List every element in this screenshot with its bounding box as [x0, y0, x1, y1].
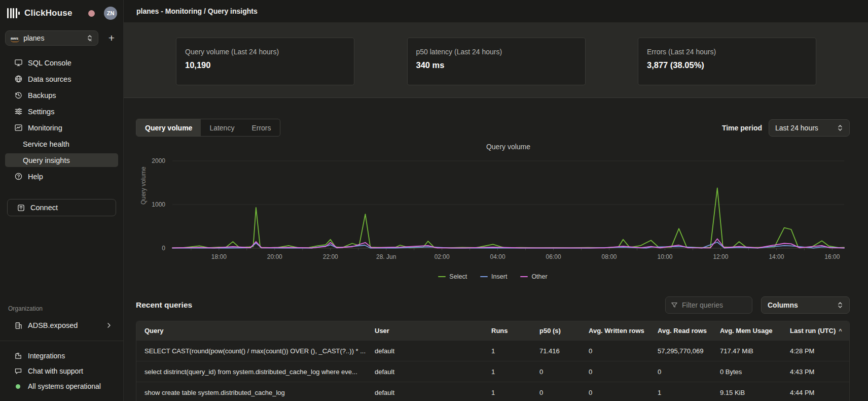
series-other — [172, 239, 844, 248]
tab-errors[interactable]: Errors — [243, 119, 279, 136]
footer-item-chat-with-support[interactable]: Chat with support — [0, 363, 123, 379]
svg-text:10:00: 10:00 — [657, 253, 672, 260]
footer-item-label: All systems operational — [28, 382, 101, 390]
table-row[interactable]: select distrinct(query_id) from system.d… — [136, 361, 849, 382]
svg-text:12:00: 12:00 — [713, 253, 728, 260]
legend-item-other[interactable]: Other — [520, 273, 547, 280]
tab-latency[interactable]: Latency — [201, 119, 243, 136]
connect-button[interactable]: Connect — [7, 199, 116, 216]
chat-icon — [14, 367, 22, 376]
column-header-last-run-utc-[interactable]: Last run (UTC)^ — [782, 321, 849, 340]
sidebar-item-monitoring[interactable]: Monitoring — [5, 121, 118, 135]
legend-item-insert[interactable]: Insert — [480, 273, 507, 280]
sidebar-item-backups[interactable]: Backups — [5, 88, 118, 102]
table-cell: 1 — [649, 382, 712, 401]
footer-item-integrations[interactable]: Integrations — [0, 348, 123, 363]
svg-text:02:00: 02:00 — [435, 253, 450, 260]
time-period-select[interactable]: Last 24 hours — [769, 119, 850, 137]
puzzle-icon — [14, 352, 22, 360]
column-header-avg-read-rows[interactable]: Avg. Read rows — [649, 321, 712, 340]
table-cell: 71.416 — [531, 341, 581, 361]
svg-text:2000: 2000 — [152, 157, 165, 164]
table-row[interactable]: show create table system.distributed_cac… — [136, 382, 849, 401]
column-header-avg-mem-usage[interactable]: Avg. Mem Usage — [712, 321, 782, 340]
legend-label: Other — [531, 273, 547, 280]
table-cell: 4:43 PM — [782, 361, 849, 382]
help-icon — [14, 172, 23, 181]
column-header-avg-written-rows[interactable]: Avg. Written rows — [581, 321, 649, 340]
sidebar-item-label: Backups — [28, 91, 56, 99]
stats-band: Query volume (Last 24 hours)10,190p50 la… — [124, 22, 868, 98]
sidebar-item-settings[interactable]: Settings — [5, 105, 118, 118]
avatar[interactable]: ZN — [104, 7, 117, 20]
table-cell: 4:28 PM — [782, 341, 849, 361]
chart-tabs: Query volumeLatencyErrors — [136, 119, 280, 137]
table-cell: show create table system.distributed_cac… — [136, 382, 367, 401]
sidebar-item-service-health[interactable]: Service health — [5, 137, 118, 151]
table-cell: SELECT CAST(round(pow(count() / max(coun… — [136, 341, 367, 361]
recent-queries-title: Recent queries — [136, 300, 192, 310]
console-icon — [14, 58, 23, 68]
stat-value: 3,877 (38.05%) — [647, 60, 807, 70]
sort-asc-icon: ^ — [839, 328, 842, 334]
table-cell: 0 — [531, 382, 581, 401]
svg-text:20:00: 20:00 — [267, 253, 282, 260]
table-cell: 4:44 PM — [782, 382, 849, 401]
table-body: SELECT CAST(round(pow(count() / max(coun… — [136, 340, 849, 401]
columns-select[interactable]: Columns — [761, 296, 850, 314]
column-header-p50-s-[interactable]: p50 (s) — [531, 321, 581, 340]
tab-query-volume[interactable]: Query volume — [136, 119, 201, 136]
legend-swatch — [438, 276, 446, 278]
sidebar-item-data-sources[interactable]: Data sources — [5, 72, 118, 86]
add-service-button[interactable]: + — [105, 32, 118, 44]
service-selector[interactable]: aws planes — [5, 30, 98, 46]
table-row[interactable]: SELECT CAST(round(pow(count() / max(coun… — [136, 340, 849, 361]
svg-text:16:00: 16:00 — [824, 253, 840, 260]
table-cell: default — [367, 341, 483, 361]
data-sources-icon — [14, 75, 23, 84]
sidebar-item-label: Help — [28, 173, 43, 181]
table-cell: 717.47 MiB — [712, 341, 782, 361]
sidebar-item-sql-console[interactable]: SQL Console — [5, 56, 118, 70]
chart-legend: SelectInsertOther — [136, 273, 850, 280]
sidebar-item-label: Monitoring — [28, 124, 62, 132]
connect-icon — [16, 203, 25, 212]
filter-queries-box — [665, 296, 752, 314]
sidebar-item-label: Query insights — [23, 156, 70, 164]
notification-dot[interactable] — [88, 10, 95, 17]
table-header-row: QueryUserRunsp50 (s)Avg. Written rowsAvg… — [136, 321, 849, 340]
filter-queries-input[interactable] — [682, 301, 747, 309]
organization-section-label: Organization — [0, 305, 123, 312]
table-cell: 1 — [483, 361, 531, 382]
columns-select-label: Columns — [768, 301, 837, 309]
y-axis-title: Query volume — [140, 166, 147, 205]
table-cell: default — [367, 382, 483, 401]
legend-swatch — [480, 276, 488, 278]
footer-item-all-systems-operational[interactable]: All systems operational — [0, 379, 123, 394]
stat-value: 340 ms — [416, 60, 576, 70]
chart-title: Query volume — [486, 143, 530, 151]
svg-text:14:00: 14:00 — [769, 253, 784, 260]
column-header-user[interactable]: User — [367, 321, 483, 340]
table-cell: 1 — [483, 341, 531, 361]
stat-label: p50 latency (Last 24 hours) — [416, 48, 576, 56]
service-name: planes — [23, 34, 87, 42]
svg-text:08:00: 08:00 — [602, 253, 617, 260]
sidebar-item-query-insights[interactable]: Query insights — [5, 153, 118, 167]
organization-item[interactable]: ADSB.exposed — [5, 318, 118, 332]
column-header-query[interactable]: Query — [136, 321, 367, 340]
footer-item-label: Chat with support — [28, 367, 83, 375]
legend-label: Insert — [491, 273, 507, 280]
column-header-runs[interactable]: Runs — [483, 321, 531, 340]
breadcrumb: planes - Monitoring / Query insights — [136, 7, 258, 15]
stat-label: Query volume (Last 24 hours) — [185, 48, 345, 56]
time-period-label: Time period — [722, 124, 762, 132]
legend-item-select[interactable]: Select — [438, 273, 467, 280]
query-volume-chart[interactable]: Query volume01000200018:0020:0022:0028. … — [136, 141, 850, 263]
stat-card: Query volume (Last 24 hours)10,190 — [176, 38, 354, 85]
clickhouse-logo-icon — [7, 8, 20, 18]
sidebar-item-help[interactable]: Help — [5, 170, 118, 183]
connect-label: Connect — [30, 204, 58, 212]
brand-name: ClickHouse — [24, 8, 73, 18]
chevron-updown-icon — [837, 124, 843, 132]
